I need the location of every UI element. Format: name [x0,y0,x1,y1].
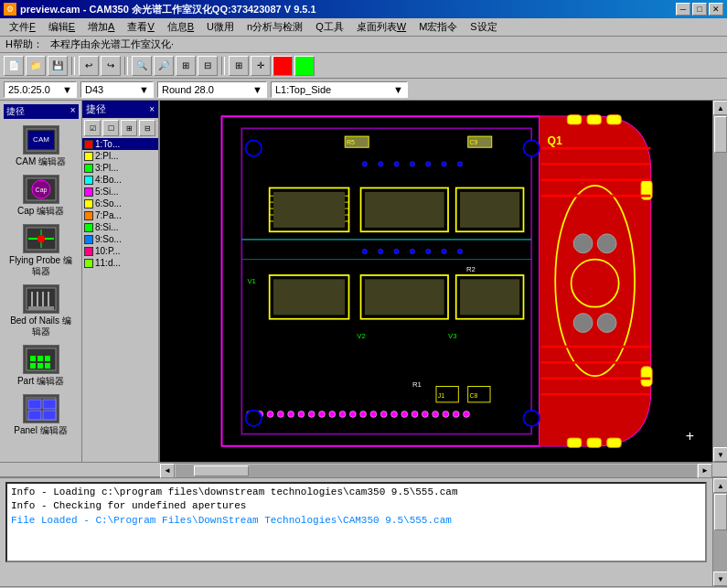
tb-zoom-in[interactable]: 🔍 [132,56,152,76]
tb-undo[interactable]: ↩ [79,56,99,76]
close-button[interactable]: ✕ [709,3,723,16]
tb-open[interactable]: 📁 [26,56,46,76]
menu-add[interactable]: 增加A [82,19,120,35]
panel-close[interactable]: × [70,105,76,118]
scroll-left-button[interactable]: ◄ [160,464,175,478]
layer-tb-btn4[interactable]: ⊟ [139,120,155,136]
minimize-button[interactable]: ─ [676,3,690,16]
menu-tools[interactable]: Q工具 [310,19,349,35]
layer-item-11[interactable]: 11:d... [82,257,158,269]
scroll-up-button[interactable]: ▲ [713,101,727,115]
menu-macro[interactable]: M宏指令 [413,19,463,35]
layer-panel-close[interactable]: × [149,104,155,114]
layer-item-2[interactable]: 2:Pl... [82,150,158,162]
tb-save[interactable]: 💾 [48,56,68,76]
sidebar-item-flying-probe[interactable]: Flying Probe 编辑器 [4,221,79,280]
maximize-button[interactable]: □ [692,3,707,16]
layer-name-9: 9:So... [95,234,122,244]
layer-item-1[interactable]: 1:To... [82,138,158,150]
tb-snap[interactable]: ✛ [251,56,271,76]
svg-rect-41 [567,438,582,447]
address-bar: 25.0:25.0 ▼ D43 ▼ Round 28.0 ▼ L1:Top_Si… [0,79,727,101]
tb-color[interactable] [273,56,293,76]
menu-view[interactable]: 查看V [122,19,159,35]
coord-display[interactable]: 25.0:25.0 ▼ [4,81,77,98]
log-scrollbar[interactable]: ▲ ▼ [712,478,727,586]
layer-item-9[interactable]: 9:So... [82,233,158,245]
tb-grid[interactable]: ⊞ [229,56,249,76]
svg-point-123 [426,249,431,253]
h-scroll-track[interactable] [176,465,697,477]
svg-point-99 [339,411,346,417]
tb-redo[interactable]: ↪ [101,56,121,76]
svg-text:R1: R1 [412,380,422,389]
svg-text:V3: V3 [448,332,457,340]
layer-item-6[interactable]: 6:So... [82,198,158,209]
menu-info[interactable]: 信息B [162,19,199,35]
sidebar-item-cam-editor[interactable]: CAM CAM 编辑器 [4,123,79,170]
layer-tb-btn3[interactable]: ⊞ [121,120,137,136]
svg-point-108 [433,411,439,417]
layer-toolbar: ☑ ☐ ⊞ ⊟ [82,118,158,138]
tb-zoom-fit[interactable]: ⊞ [176,56,196,76]
svg-point-106 [412,411,418,417]
vertical-scrollbar[interactable]: ▲ ▼ [712,101,727,462]
layer-item-8[interactable]: 8:Si... [82,221,158,233]
sidebar-item-panel-editor[interactable]: Panel 编辑器 [4,391,79,439]
menu-file[interactable]: 文件F [4,19,41,35]
horizontal-scrollbar[interactable]: ◄ ► [160,463,712,477]
scroll-right-button[interactable]: ► [698,464,712,478]
round-select[interactable]: Round 28.0 ▼ [157,81,267,98]
h-scrollbar-row: ◄ ► [0,462,727,476]
tb-new[interactable]: 📄 [4,56,24,76]
svg-rect-75 [460,192,519,228]
h-scroll-thumb[interactable] [194,465,249,476]
log-scroll-track[interactable] [713,493,727,572]
svg-point-109 [443,411,449,417]
tb-color2[interactable] [294,56,315,76]
tb-sep1 [71,57,75,75]
layer-item-4[interactable]: 4:Bo... [82,174,158,186]
sidebar-item-bed-of-nails[interactable]: Bed of Nails 编辑器 [4,282,79,340]
layer-tb-btn2[interactable]: ☐ [102,120,119,136]
help-label[interactable]: H帮助： [5,37,43,51]
scroll-thumb[interactable] [714,116,727,153]
bed-of-nails-label: Bed of Nails 编辑器 [6,315,76,337]
layer-item-5[interactable]: 5:Si... [82,186,158,198]
svg-point-119 [362,249,367,253]
layer-item-7[interactable]: 7:Pa... [82,209,158,221]
scroll-track[interactable] [713,115,727,447]
sidebar-item-cap-editor[interactable]: Cap Cap 编辑器 [4,172,79,219]
log-scroll-up[interactable]: ▲ [713,478,727,493]
tb-sep3 [221,57,225,75]
layer-name-11: 11:d... [95,258,121,268]
svg-rect-25 [28,400,41,409]
menu-desktop[interactable]: 桌面列表W [351,19,412,35]
pcb-canvas[interactable]: Q1 R5 C9 [160,101,712,462]
tb-zoom-out[interactable]: 🔎 [154,56,174,76]
log-container: Info - Loading c:\program files\downstre… [0,478,712,586]
layer-tb-btn1[interactable]: ☑ [84,120,101,136]
layer-item-10[interactable]: 10:P... [82,245,158,257]
layer-color-2 [84,152,93,161]
svg-point-128 [246,411,262,426]
layer-select[interactable]: L1:Top_Side ▼ [271,81,408,98]
menu-bar: 文件F 编辑E 增加A 查看V 信息B U微用 n分析与检测 Q工具 桌面列表W… [0,18,727,37]
scroll-down-button[interactable]: ▼ [713,447,727,462]
layer-color-4 [84,176,93,185]
log-scroll-thumb[interactable] [714,494,727,530]
svg-point-118 [457,162,462,166]
sidebar-item-part-editor[interactable]: Part 编辑器 [4,342,79,390]
menu-edit[interactable]: 编辑E [43,19,80,35]
menu-settings[interactable]: S设定 [465,19,502,35]
part-editor-label: Part 编辑器 [17,376,64,387]
menu-analysis[interactable]: n分析与检测 [241,19,308,35]
svg-rect-80 [365,279,444,315]
menu-micro[interactable]: U微用 [201,19,240,35]
svg-text:V1: V1 [247,277,256,285]
log-scroll-down[interactable]: ▼ [713,572,727,586]
layer-item-3[interactable]: 3:Pl... [82,162,158,174]
tb-zoom-area[interactable]: ⊟ [198,56,218,76]
svg-point-34 [597,234,616,253]
aperture-select[interactable]: D43 ▼ [80,81,154,98]
